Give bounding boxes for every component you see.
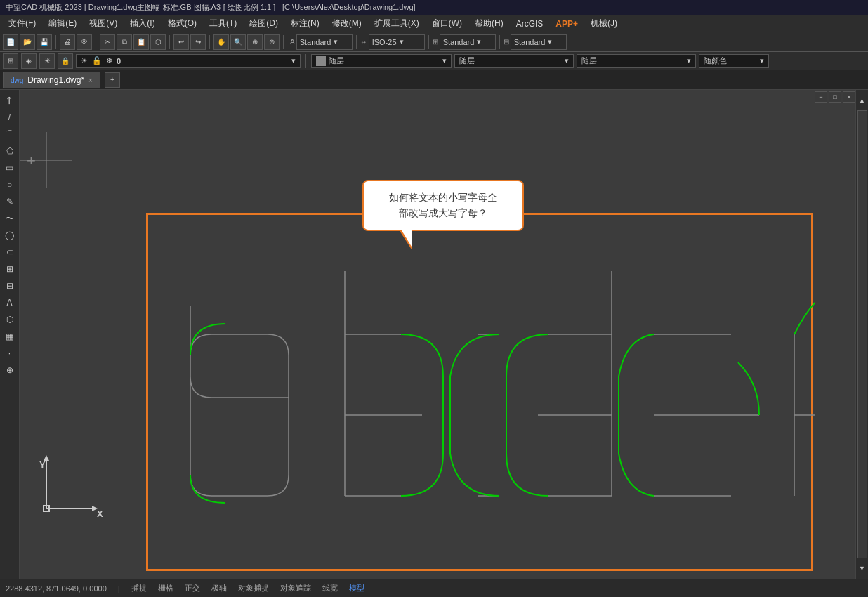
std-style-value: Standard bbox=[514, 38, 546, 46]
undo-button[interactable]: ↩ bbox=[173, 34, 189, 50]
zoom-prev-button[interactable]: ⊝ bbox=[264, 34, 280, 50]
measure-button[interactable]: ⊕ bbox=[2, 362, 18, 378]
menu-file[interactable]: 文件(F) bbox=[3, 16, 41, 31]
layer-freeze-button[interactable]: ☀ bbox=[39, 53, 55, 69]
object-snap-button[interactable]: 对象捕捉 bbox=[238, 583, 269, 593]
layer-props-button[interactable]: ◈ bbox=[21, 53, 37, 69]
tab-label: Drawing1.dwg* bbox=[27, 75, 84, 85]
select-button[interactable]: ↖ bbox=[0, 89, 20, 111]
menu-view[interactable]: 视图(V) bbox=[84, 16, 123, 31]
title-text: 中望CAD 机械版 2023 | Drawing1.dwg主图幅 标准:GB 图… bbox=[6, 2, 416, 13]
menu-bar: 文件(F) 编辑(E) 视图(V) 插入(I) 格式(O) 工具(T) 绘图(D… bbox=[0, 15, 868, 32]
save-button[interactable]: 💾 bbox=[37, 34, 52, 50]
canvas-area[interactable]: − □ × + 如何将文本的小写字母全 部改写成大写字母？ bbox=[20, 90, 855, 579]
circle-button[interactable]: ○ bbox=[2, 177, 18, 192]
menu-modify[interactable]: 修改(M) bbox=[327, 16, 367, 31]
table-style-dropdown[interactable]: Standard ▾ bbox=[440, 34, 496, 50]
zoom-realtime-button[interactable]: 🔍 bbox=[230, 34, 246, 50]
y-axis-arrowhead bbox=[44, 455, 49, 461]
linetype1-value: 随层 bbox=[329, 55, 344, 66]
preview-button[interactable]: 👁 bbox=[77, 34, 92, 50]
layer-manager-button[interactable]: ⊞ bbox=[3, 53, 18, 69]
linetype3-dropdown[interactable]: 随层 ▾ bbox=[577, 54, 696, 68]
menu-app[interactable]: APP+ bbox=[550, 18, 584, 30]
sep8 bbox=[499, 35, 500, 49]
status-bar: 2288.4312, 871.0649, 0.0000 | 捕捉 栅格 正交 极… bbox=[0, 579, 868, 597]
ortho-button[interactable]: 正交 bbox=[185, 583, 200, 593]
menu-insert[interactable]: 插入(I) bbox=[124, 16, 160, 31]
copy-button[interactable]: ⧉ bbox=[117, 34, 132, 50]
layer-dropdown[interactable]: ☀ 🔓 ❄ 0 ▾ bbox=[76, 54, 301, 68]
paste-button[interactable]: 📋 bbox=[133, 34, 149, 50]
gradient-button[interactable]: ⊟ bbox=[2, 278, 18, 294]
lineweight-button[interactable]: 线宽 bbox=[322, 583, 338, 593]
hatch-button[interactable]: ⊞ bbox=[2, 261, 18, 277]
menu-window[interactable]: 窗口(W) bbox=[426, 16, 468, 31]
menu-ext-tools[interactable]: 扩展工具(X) bbox=[369, 16, 425, 31]
color-value: 随颜色 bbox=[704, 55, 727, 66]
zoom-window-button[interactable]: ⊕ bbox=[247, 34, 263, 50]
polar-button[interactable]: 极轴 bbox=[211, 583, 227, 593]
open-button[interactable]: 📂 bbox=[20, 34, 35, 50]
region-button[interactable]: ⊂ bbox=[2, 244, 18, 260]
menu-mechanical[interactable]: 机械(J) bbox=[585, 16, 623, 31]
tooltip-text: 如何将文本的小写字母全 部改写成大写字母？ bbox=[389, 192, 497, 218]
ellipse-button[interactable]: ◯ bbox=[2, 228, 18, 243]
menu-tools[interactable]: 工具(T) bbox=[204, 16, 242, 31]
right-scrollbar[interactable] bbox=[857, 110, 867, 558]
model-space-button[interactable]: 模型 bbox=[349, 583, 364, 593]
menu-format[interactable]: 格式(O) bbox=[162, 16, 202, 31]
menu-edit[interactable]: 编辑(E) bbox=[43, 16, 82, 31]
coords-display: 2288.4312, 871.0649, 0.0000 bbox=[6, 584, 107, 593]
polygon-button[interactable]: ⬠ bbox=[2, 143, 18, 159]
layer-color-icon: ☀ bbox=[81, 56, 88, 65]
pan-button[interactable]: ✋ bbox=[213, 34, 229, 50]
restore-button[interactable]: □ bbox=[829, 91, 841, 103]
snap-button[interactable]: 捕捉 bbox=[131, 583, 147, 593]
text-button[interactable]: A bbox=[2, 295, 18, 310]
linetype2-dropdown[interactable]: 随层 ▾ bbox=[454, 54, 574, 68]
color-dropdown[interactable]: 随颜色 ▾ bbox=[699, 54, 769, 68]
dim-style-dropdown[interactable]: ISO-25 ▾ bbox=[369, 34, 425, 50]
object-track-button[interactable]: 对象追踪 bbox=[280, 583, 311, 593]
dim-style-value: ISO-25 bbox=[372, 38, 397, 46]
print-button[interactable]: 🖨 bbox=[60, 34, 75, 50]
menu-annotate[interactable]: 标注(N) bbox=[285, 16, 325, 31]
text-style-dropdown[interactable]: Standard ▾ bbox=[296, 34, 353, 50]
new-button[interactable]: 📄 bbox=[3, 34, 18, 50]
spline-button[interactable]: 〜 bbox=[2, 211, 18, 226]
layer-lock-button[interactable]: 🔒 bbox=[58, 53, 73, 69]
std-style-dropdown[interactable]: Standard ▾ bbox=[511, 34, 567, 50]
insert-block-button[interactable]: ⬡ bbox=[2, 312, 18, 327]
text-style-value: Standard bbox=[300, 38, 331, 46]
linetype1-dropdown[interactable]: 随层 ▾ bbox=[311, 54, 452, 68]
table-style-value: Standard bbox=[443, 38, 475, 46]
cut-button[interactable]: ✂ bbox=[100, 34, 115, 50]
origin-square bbox=[43, 505, 50, 512]
sep4 bbox=[209, 35, 210, 49]
drawing-tab[interactable]: dwg Drawing1.dwg* × bbox=[3, 72, 100, 88]
menu-arcgis[interactable]: ArcGIS bbox=[511, 18, 549, 30]
left-toolbar: ↖ / ⌒ ⬠ ▭ ○ ✎ 〜 ◯ ⊂ ⊞ ⊟ A ⬡ ▦ · ⊕ bbox=[0, 90, 20, 579]
table-button[interactable]: ▦ bbox=[2, 329, 18, 344]
letters-svg bbox=[148, 215, 815, 573]
close-button[interactable]: × bbox=[843, 91, 855, 103]
right-scroll-up[interactable]: ▲ bbox=[855, 93, 869, 108]
redo-button[interactable]: ↪ bbox=[190, 34, 206, 50]
freehand-button[interactable]: ✎ bbox=[2, 194, 18, 209]
arc-button[interactable]: ⌒ bbox=[2, 126, 18, 142]
match-prop-button[interactable]: ⬡ bbox=[150, 34, 166, 50]
sep5 bbox=[283, 35, 284, 49]
sep3 bbox=[169, 35, 170, 49]
line-button[interactable]: / bbox=[2, 110, 18, 125]
minimize-button[interactable]: − bbox=[815, 91, 827, 103]
point-button[interactable]: · bbox=[2, 346, 18, 361]
rectangle-button[interactable]: ▭ bbox=[2, 160, 18, 176]
linetype1-color bbox=[316, 56, 326, 66]
tab-close-button[interactable]: × bbox=[88, 77, 93, 84]
new-tab-button[interactable]: + bbox=[105, 72, 120, 88]
right-scroll-down[interactable]: ▼ bbox=[855, 560, 869, 576]
menu-draw[interactable]: 绘图(D) bbox=[244, 16, 284, 31]
grid-button[interactable]: 栅格 bbox=[158, 583, 173, 593]
menu-help[interactable]: 帮助(H) bbox=[469, 16, 509, 31]
